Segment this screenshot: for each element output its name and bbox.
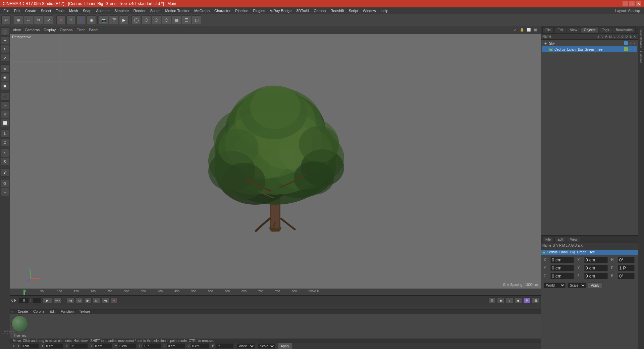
b-input[interactable] (215, 343, 234, 349)
obj-row-sky[interactable]: ☀ Sky ✓ ✓ (542, 40, 637, 46)
menu-pipeline[interactable]: Pipeline (233, 8, 250, 13)
selection-tool[interactable]: ▢ (1, 28, 9, 36)
menu-mograph[interactable]: MoGraph (192, 8, 212, 13)
x2-pos-input[interactable] (45, 343, 63, 349)
attr-x2-pos[interactable] (584, 257, 608, 263)
h-input[interactable] (69, 343, 88, 349)
shading-wire[interactable]: ⬡ (142, 15, 151, 25)
menu-render[interactable]: Render (131, 8, 148, 13)
shading-flat[interactable]: ⬡ (152, 15, 161, 25)
attr-p[interactable] (618, 265, 635, 271)
menu-sculpt[interactable]: Sculpt (148, 8, 163, 13)
close-button[interactable]: ✕ (636, 1, 641, 6)
y2-pos-input[interactable] (118, 343, 137, 349)
attr-z2-pos[interactable] (584, 273, 608, 279)
viewport-filter-menu[interactable]: Filter (76, 28, 85, 32)
z-axis[interactable]: Z (76, 15, 86, 25)
mat-edit-btn[interactable]: Edit (48, 309, 57, 314)
menu-edit[interactable]: Edit (12, 8, 22, 13)
menu-3dtoall[interactable]: 3DToAll (294, 8, 311, 13)
attr-tab-file[interactable]: File (542, 237, 554, 242)
undo-button[interactable]: ↩ (1, 15, 11, 25)
anim-play-sound[interactable]: ♪ (506, 297, 513, 303)
dynamics-tool[interactable]: ⏤ (1, 188, 9, 196)
shading-quick[interactable]: ▢ (192, 15, 201, 25)
anim-p[interactable]: P (523, 297, 531, 303)
render-active[interactable]: ▶ (119, 15, 128, 25)
y-pos-input[interactable] (94, 343, 112, 349)
play-pause-btn[interactable]: ▶ (84, 297, 92, 303)
attr-h[interactable] (618, 257, 635, 263)
menu-file[interactable]: File (1, 8, 11, 13)
viewport-panel-menu[interactable]: Panel (89, 28, 98, 32)
attr-scale-dropdown[interactable]: Scale Size (568, 283, 586, 288)
maximize-button[interactable]: □ (629, 1, 635, 6)
obj-tab-edit[interactable]: Edit (554, 27, 566, 33)
anim-key[interactable]: ◆ (515, 297, 522, 303)
shading-display[interactable]: ☰ (182, 15, 191, 25)
end-frame-btn[interactable]: 90 F (54, 297, 61, 303)
obj-tab-objects[interactable]: Objects (581, 27, 598, 33)
mat-create-btn[interactable]: Create (16, 309, 30, 314)
prev-frame-btn[interactable]: ◁ (75, 297, 83, 303)
menu-window[interactable]: Window (361, 8, 378, 13)
mat-function-btn[interactable]: Function (59, 309, 75, 314)
viewport-cameras-menu[interactable]: Cameras (25, 28, 40, 32)
transform-tool[interactable]: ⤢ (44, 15, 53, 25)
menu-corona[interactable]: Corona (312, 8, 328, 13)
obj-tab-tags[interactable]: Tags (599, 27, 612, 33)
spline-tool[interactable]: ∿ (1, 149, 9, 157)
apply-button[interactable]: Apply (278, 343, 292, 349)
y-axis[interactable]: Y (66, 15, 76, 25)
world-dropdown[interactable]: World Local Object (236, 343, 255, 349)
cube-tool[interactable]: ⬛ (1, 93, 9, 101)
viewport-display-menu[interactable]: Display (44, 28, 56, 32)
shading-none[interactable]: ◯ (131, 15, 141, 25)
material-item[interactable]: MAXON CINEMA 4D Tree_veg (11, 315, 29, 337)
sketch-tool[interactable]: S (1, 158, 9, 166)
obj-manager-content[interactable]: ☀ Sky ✓ ✓ ▣ Cedrus_Libani_Big_Green_Tree… (541, 40, 638, 235)
rotate-tool[interactable]: ↻ (34, 15, 43, 25)
viewport-lock-icon[interactable]: 🔒 (519, 27, 525, 33)
attr-apply-button[interactable]: Apply (588, 282, 602, 288)
menu-redshift[interactable]: Redshift (328, 8, 346, 13)
menu-motiont[interactable]: Motion Tracker (163, 8, 192, 13)
render-region[interactable]: 🎬 (109, 15, 118, 25)
anim-stop[interactable]: ■ (497, 297, 504, 303)
sky-check1[interactable]: ✓ (630, 42, 632, 45)
anim-more[interactable]: ▦ (532, 297, 539, 303)
obj-row-tree[interactable]: ▣ Cedrus_Libani_Big_Green_Tree ✓ ✓ (542, 46, 637, 52)
menu-animate[interactable]: Animate (94, 8, 112, 13)
menu-create[interactable]: Create (23, 8, 38, 13)
scale-tool[interactable]: ↔ (24, 15, 33, 25)
sphere-tool[interactable]: ○ (1, 101, 9, 109)
attr-b[interactable] (618, 273, 635, 279)
menu-help[interactable]: Help (379, 8, 390, 13)
attr-x-pos[interactable] (550, 257, 574, 263)
paint-tool[interactable]: 🖌 (1, 168, 9, 177)
z2-pos-input[interactable] (191, 343, 209, 349)
point-select[interactable]: ⬟ (1, 82, 9, 90)
cone-tool[interactable]: ▽ (1, 110, 9, 118)
scale-tool-side[interactable]: ⤢ (1, 54, 9, 62)
timeline-ruler[interactable]: 0 50 100 150 200 250 300 350 400 450 500… (10, 289, 541, 296)
obj-tab-view[interactable]: View (567, 27, 580, 33)
tree-check1[interactable]: ✓ (630, 48, 632, 51)
attr-tab-view[interactable]: View (567, 237, 580, 242)
attr-tab-edit[interactable]: Edit (554, 237, 566, 242)
viewport-restore-icon[interactable]: ⬜ (526, 27, 531, 33)
shading-texture[interactable]: ▦ (172, 15, 181, 25)
menu-snap[interactable]: Snap (81, 8, 94, 13)
viewport-layout-icon[interactable]: ▦ (533, 27, 538, 33)
menu-vray[interactable]: V-Ray Bridge (268, 8, 294, 13)
attr-selected-object-row[interactable]: ▣ Cedrus_Libani_Big_Green_Tree (541, 250, 638, 255)
viewport-view-menu[interactable]: View (13, 28, 21, 32)
deform-tool[interactable]: ⏣ (1, 179, 9, 187)
menu-character[interactable]: Character (212, 8, 232, 13)
obj-tab-file[interactable]: File (542, 27, 554, 33)
mat-corona-btn[interactable]: Corona (31, 309, 46, 314)
frame-input[interactable] (19, 298, 29, 303)
plane-tool[interactable]: ⬜ (1, 119, 9, 127)
poly-select[interactable]: ◈ (1, 64, 9, 72)
move-tool-side[interactable]: ✛ (1, 36, 9, 44)
